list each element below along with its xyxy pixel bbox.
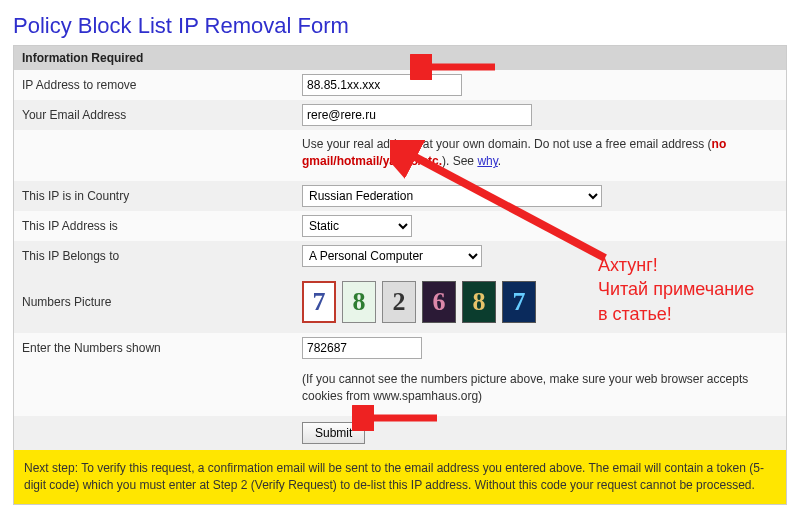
row-submit: Submit — [14, 416, 786, 450]
captcha-tile: 7 — [302, 281, 336, 323]
email-hint: Use your real address at your own domain… — [14, 130, 786, 181]
static-select[interactable]: Static — [302, 215, 412, 237]
country-label: This IP is in Country — [22, 189, 302, 203]
email-hint-end: . — [498, 154, 501, 168]
next-step-notice: Next step: To verify this request, a con… — [14, 450, 786, 505]
row-captcha: Numbers Picture 782687 — [14, 271, 786, 333]
submit-button[interactable]: Submit — [302, 422, 365, 444]
captcha-tile: 6 — [422, 281, 456, 323]
row-email: Your Email Address — [14, 100, 786, 130]
email-label: Your Email Address — [22, 108, 302, 122]
why-link[interactable]: why — [477, 154, 497, 168]
captcha-tile: 8 — [342, 281, 376, 323]
row-country: This IP is in Country Russian Federation — [14, 181, 786, 211]
row-static: This IP Address is Static — [14, 211, 786, 241]
form-container: Information Required IP Address to remov… — [13, 45, 787, 505]
ip-input[interactable] — [302, 74, 462, 96]
cookie-hint: (If you cannot see the numbers picture a… — [14, 363, 786, 416]
captcha-input[interactable] — [302, 337, 422, 359]
row-belongs: This IP Belongs to A Personal Computer — [14, 241, 786, 271]
ip-label: IP Address to remove — [22, 78, 302, 92]
captcha-tiles: 782687 — [302, 281, 536, 323]
section-header: Information Required — [14, 46, 786, 70]
email-hint-post: ). See — [442, 154, 477, 168]
row-ip: IP Address to remove — [14, 70, 786, 100]
belongs-select[interactable]: A Personal Computer — [302, 245, 482, 267]
captcha-tile: 2 — [382, 281, 416, 323]
email-input[interactable] — [302, 104, 532, 126]
row-enter: Enter the Numbers shown — [14, 333, 786, 363]
page-title: Policy Block List IP Removal Form — [13, 13, 787, 39]
enter-label: Enter the Numbers shown — [22, 341, 302, 355]
country-select[interactable]: Russian Federation — [302, 185, 602, 207]
static-label: This IP Address is — [22, 219, 302, 233]
email-hint-pre: Use your real address at your own domain… — [302, 137, 712, 151]
captcha-label: Numbers Picture — [22, 295, 302, 309]
belongs-label: This IP Belongs to — [22, 249, 302, 263]
captcha-tile: 8 — [462, 281, 496, 323]
captcha-tile: 7 — [502, 281, 536, 323]
